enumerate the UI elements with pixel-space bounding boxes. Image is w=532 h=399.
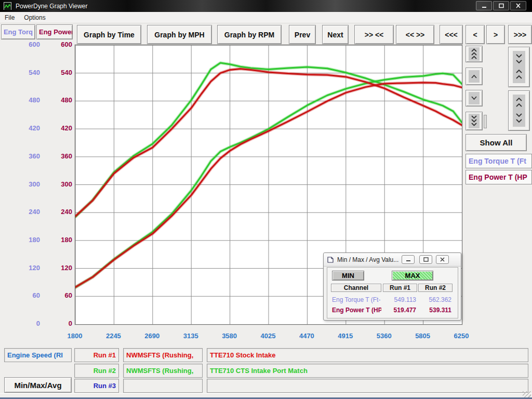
torque-axis-tick-480: 480 <box>0 96 40 104</box>
rpm-axis-tick-2245: 2245 <box>106 332 121 340</box>
show-all-button[interactable]: Show All <box>466 134 527 151</box>
minmax-minimize-button[interactable] <box>402 255 415 264</box>
prev-button[interactable]: Prev <box>289 25 316 44</box>
minmax-header-run1: Run #1 <box>383 284 417 292</box>
rpm-axis-tick-4915: 4915 <box>338 332 353 340</box>
menu-options[interactable]: Options <box>19 13 50 22</box>
rpm-axis-tick-4025: 4025 <box>261 332 276 340</box>
power-channel-box[interactable]: Eng Power T (HP <box>466 170 532 184</box>
run2-description-box: TTE710 CTS Intake Port Match <box>207 364 528 378</box>
run3-label[interactable]: Run #3 <box>74 379 119 393</box>
minmax-window[interactable]: Min / Max / Avg Valu... MIN MAX Channel … <box>323 252 461 321</box>
graph-by-mph-button[interactable]: Graph by MPH <box>147 25 212 44</box>
torque-axis-tick-540: 540 <box>0 69 40 76</box>
minmax-header-run2: Run #2 <box>418 284 453 292</box>
torque-axis-labels: 060120180240300360420480540600 <box>0 0 40 399</box>
run1-operator-box: NWMSFTS (Rushing, <box>123 348 203 362</box>
torque-axis-tick-300: 300 <box>0 180 40 188</box>
close-button[interactable] <box>510 1 526 10</box>
minmax-header-channel: Channel <box>331 284 381 292</box>
rpm-axis-tick-3580: 3580 <box>222 332 237 340</box>
partial-control-strip <box>484 115 487 128</box>
minmax-power-run1-value: 519.477 <box>383 307 416 314</box>
minmax-window-icon <box>327 256 334 263</box>
minmax-torque-channel: Eng Torque T (Ft- <box>332 296 381 303</box>
minmax-maximize-button[interactable] <box>419 255 432 264</box>
scale-down-button[interactable] <box>466 90 483 107</box>
power-axis-tick-0: 0 <box>0 320 72 327</box>
compress-chevrons-icon <box>513 51 525 83</box>
run3-description-box <box>207 379 528 393</box>
torque-axis-tick-420: 420 <box>0 124 40 132</box>
minmax-torque-run1-value: 549.113 <box>383 296 416 303</box>
max-toggle-button[interactable]: MAX <box>392 271 433 281</box>
rpm-axis-labels: 1800224526903135358040254470491553605805… <box>75 332 462 341</box>
pan-far-left-button[interactable]: <<< <box>440 25 463 44</box>
power-axis-tick-420: 420 <box>0 124 72 132</box>
scale-up-fast-button[interactable] <box>466 46 483 62</box>
run1-description-box: TTE710 Stock Intake <box>207 348 528 362</box>
zoom-in-x-button[interactable]: >> << <box>354 25 394 44</box>
title-bar: PowerDyne Graph Viewer <box>0 0 532 12</box>
power-axis-tick-60: 60 <box>0 291 72 299</box>
powerdyne-window: PowerDyne Graph Viewer File Options Eng … <box>0 0 532 399</box>
scale-up-button[interactable] <box>466 68 483 85</box>
expand-scale-button[interactable] <box>508 90 530 131</box>
rpm-axis-tick-5360: 5360 <box>377 332 392 340</box>
min-toggle-button[interactable]: MIN <box>332 271 364 281</box>
triple-chevron-down-icon <box>469 114 480 128</box>
x-channel-box[interactable]: Engine Speed (RI <box>4 348 72 362</box>
graph-by-time-button[interactable]: Graph by Time <box>77 25 141 44</box>
torque-axis-tick-120: 120 <box>0 264 40 272</box>
window-title: PowerDyne Graph Viewer <box>16 3 88 10</box>
power-axis-tick-360: 360 <box>0 152 72 160</box>
torque-channel-box[interactable]: Eng Torque T (Ft <box>466 154 532 168</box>
scale-down-fast-button[interactable] <box>466 112 483 130</box>
power-axis-tick-180: 180 <box>0 236 72 244</box>
minmax-window-title: Min / Max / Avg Valu... <box>337 256 398 263</box>
compress-scale-button[interactable] <box>508 47 530 87</box>
expand-chevrons-icon <box>513 95 525 127</box>
app-icon <box>4 2 11 10</box>
torque-axis-tick-60: 60 <box>0 291 40 299</box>
power-axis-tick-600: 600 <box>0 41 72 48</box>
zoom-out-x-button[interactable]: << >> <box>396 25 434 44</box>
power-axis-tick-480: 480 <box>0 96 72 104</box>
pan-far-right-button[interactable]: >>> <box>508 25 532 44</box>
chevron-up-icon <box>469 70 480 83</box>
run1-label[interactable]: Run #1 <box>74 348 119 362</box>
run3-operator-box <box>123 379 203 393</box>
menu-bar: File Options <box>0 12 532 23</box>
pan-left-button[interactable]: < <box>466 25 485 44</box>
triple-chevron-up-icon <box>469 47 480 61</box>
minmax-power-channel: Eng Power T (HP) <box>332 307 381 314</box>
rpm-axis-tick-1800: 1800 <box>68 332 83 340</box>
graph-by-rpm-button[interactable]: Graph by RPM <box>217 25 282 44</box>
rpm-axis-tick-6250: 6250 <box>454 332 469 340</box>
torque-axis-tick-180: 180 <box>0 236 40 244</box>
torque-axis-tick-0: 0 <box>0 320 40 327</box>
next-button[interactable]: Next <box>322 25 349 44</box>
rpm-axis-tick-5805: 5805 <box>415 332 430 340</box>
menu-file[interactable]: File <box>0 13 19 22</box>
power-axis-labels: 060120180240300360420480540600 <box>0 0 72 399</box>
torque-axis-tick-600: 600 <box>0 41 40 48</box>
minimize-button[interactable] <box>476 1 492 10</box>
tab-eng-power[interactable]: Eng Power <box>36 24 73 39</box>
minmaxavg-button[interactable]: Min/Max/Avg <box>4 377 72 393</box>
maximize-button[interactable] <box>493 1 509 10</box>
power-axis-tick-300: 300 <box>0 180 72 188</box>
rpm-axis-tick-2690: 2690 <box>144 332 159 340</box>
rpm-axis-tick-3135: 3135 <box>183 332 198 340</box>
torque-axis-tick-240: 240 <box>0 208 40 216</box>
pan-right-button[interactable]: > <box>486 25 505 44</box>
chevron-down-icon <box>469 92 480 104</box>
run2-label[interactable]: Run #2 <box>74 364 119 378</box>
torque-axis-tick-360: 360 <box>0 152 40 160</box>
minmax-power-run2-value: 539.311 <box>418 307 451 314</box>
tab-eng-torque[interactable]: Eng Torq <box>1 24 35 39</box>
run2-operator-box: NWMSFTS (Rushing, <box>123 364 203 378</box>
resize-grip[interactable] <box>523 391 531 397</box>
minmax-close-button[interactable] <box>436 255 449 264</box>
power-axis-tick-240: 240 <box>0 208 72 216</box>
